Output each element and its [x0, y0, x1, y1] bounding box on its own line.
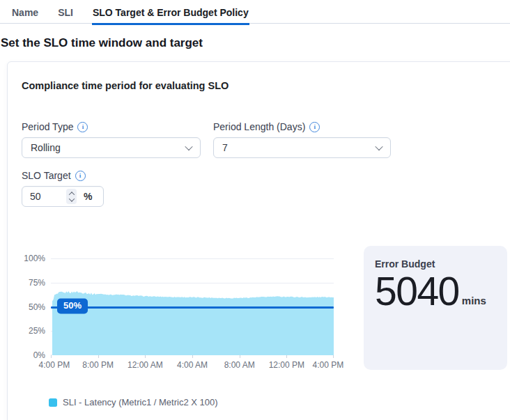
x-tick	[51, 355, 52, 358]
legend-swatch	[49, 398, 57, 407]
x-tick	[286, 355, 287, 358]
error-budget-panel: Error Budget 5040 mins	[364, 246, 507, 370]
period-type-value: Rolling	[31, 142, 61, 153]
x-axis-label: 12:00 AM	[128, 360, 163, 370]
error-budget-value: 5040	[375, 270, 459, 313]
y-axis-label: 50%	[8, 302, 45, 312]
section-title: Compliance time period for evaluating SL…	[22, 80, 229, 91]
x-axis-labels: 4:00 PM 8:00 PM 12:00 AM 4:00 AM 8:00 AM…	[51, 360, 334, 370]
y-axis-label: 0%	[8, 350, 45, 360]
threshold-badge: 50%	[57, 298, 88, 313]
chart-plot-area: 100% 75% 50% 25% 0% 50%	[51, 258, 334, 355]
y-axis-label: 100%	[8, 254, 45, 263]
period-length-field: Period Length (Days) i 7	[213, 121, 391, 158]
slo-target-field: SLO Target i %	[22, 170, 119, 207]
x-axis-label: 12:00 PM	[269, 360, 304, 370]
threshold-line	[51, 306, 334, 309]
chart-legend[interactable]: SLI - Latency (Metric1 / Metric2 X 100)	[49, 397, 218, 407]
x-tick	[192, 355, 193, 358]
info-icon[interactable]: i	[75, 171, 86, 181]
stepper-down-icon[interactable]	[68, 196, 74, 201]
x-axis-label: 8:00 AM	[224, 360, 255, 370]
legend-label: SLI - Latency (Metric1 / Metric2 X 100)	[63, 397, 218, 407]
x-axis-label: 8:00 PM	[82, 360, 114, 370]
x-tick	[240, 355, 240, 358]
number-stepper[interactable]	[66, 189, 77, 204]
page-title: Set the SLO time window and target	[1, 36, 203, 50]
tab-bar: Name SLI SLO Target & Error Budget Polic…	[0, 0, 510, 24]
info-icon[interactable]: i	[77, 122, 88, 132]
period-length-label: Period Length (Days)	[213, 121, 305, 132]
period-length-value: 7	[222, 142, 228, 153]
period-type-field: Period Type i Rolling	[22, 121, 201, 158]
tab-slo-target-policy[interactable]: SLO Target & Error Budget Policy	[92, 6, 249, 24]
error-budget-title: Error Budget	[375, 258, 496, 270]
x-tick	[145, 355, 146, 358]
slo-target-input-group: %	[22, 186, 104, 207]
tab-sli[interactable]: SLI	[57, 6, 74, 24]
tab-name[interactable]: Name	[11, 6, 39, 24]
slo-target-input[interactable]	[22, 191, 66, 202]
slo-target-label: SLO Target	[22, 170, 71, 181]
period-type-label: Period Type	[22, 121, 73, 132]
period-length-select[interactable]: 7	[213, 137, 391, 158]
x-axis-label: 4:00 PM	[39, 360, 70, 370]
percent-unit: %	[84, 191, 92, 202]
x-tick	[333, 355, 334, 358]
x-axis-label: 4:00 AM	[177, 360, 208, 370]
x-axis-label: 4:00 PM	[313, 360, 344, 370]
slo-settings-card: Compliance time period for evaluating SL…	[7, 61, 510, 420]
chevron-down-icon	[185, 143, 192, 150]
y-axis-label: 75%	[8, 278, 45, 288]
info-icon[interactable]: i	[309, 122, 320, 132]
y-axis-label: 25%	[8, 326, 45, 336]
chevron-down-icon	[375, 143, 382, 150]
error-budget-unit: mins	[462, 295, 486, 306]
period-type-select[interactable]: Rolling	[22, 137, 201, 158]
x-tick	[98, 355, 99, 358]
